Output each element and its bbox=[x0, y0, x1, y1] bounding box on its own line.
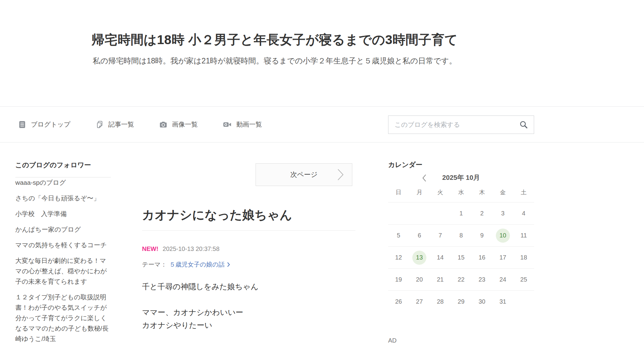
calendar-weekday: 水 bbox=[451, 187, 471, 198]
calendar-day-cell[interactable]: 11 bbox=[513, 229, 534, 243]
next-page-button[interactable]: 次ページ bbox=[256, 163, 352, 186]
follower-item[interactable]: 小学校 入学準備 bbox=[15, 209, 111, 219]
calendar-day[interactable]: 21 bbox=[433, 273, 447, 287]
search-input[interactable] bbox=[388, 121, 534, 128]
calendar-day-cell[interactable]: 31 bbox=[492, 295, 513, 309]
calendar-day[interactable]: 30 bbox=[475, 295, 489, 309]
search-icon[interactable] bbox=[519, 120, 528, 129]
calendar-day[interactable]: 16 bbox=[475, 251, 489, 265]
calendar-day[interactable]: 14 bbox=[433, 251, 447, 265]
calendar-day[interactable]: 8 bbox=[454, 229, 468, 243]
follower-item[interactable]: かんぱちー家のブログ bbox=[15, 224, 111, 235]
calendar-day[interactable]: 29 bbox=[454, 295, 468, 309]
calendar-day-cell[interactable]: 8 bbox=[451, 229, 471, 243]
calendar-day-cell[interactable]: 22 bbox=[451, 273, 471, 287]
nav-item-article-list[interactable]: 記事一覧 bbox=[95, 120, 134, 129]
chevron-right-icon bbox=[337, 169, 344, 181]
article-title[interactable]: カオナシになった娘ちゃん bbox=[142, 208, 292, 222]
calendar-day-cell[interactable]: 27 bbox=[409, 295, 430, 309]
calendar-day-cell[interactable]: 4 bbox=[513, 207, 534, 221]
calendar-day-cell[interactable]: 15 bbox=[451, 251, 471, 265]
blog-top-icon bbox=[18, 120, 26, 129]
calendar-day-cell[interactable]: 20 bbox=[409, 273, 430, 287]
theme-link[interactable]: ５歳児女子の娘の話 bbox=[169, 260, 230, 268]
calendar-day-cell[interactable]: 19 bbox=[388, 273, 409, 287]
calendar-day-highlighted[interactable]: 13 bbox=[412, 251, 426, 265]
calendar-day-cell[interactable]: 23 bbox=[472, 273, 492, 287]
calendar-day-cell[interactable]: 7 bbox=[430, 229, 451, 243]
calendar-day-cell[interactable]: 14 bbox=[430, 251, 451, 265]
calendar-day[interactable]: 22 bbox=[454, 273, 468, 287]
nav-item-video-list[interactable]: 動画一覧 bbox=[223, 120, 262, 129]
calendar-day[interactable]: 5 bbox=[391, 229, 406, 243]
calendar-day-cell[interactable]: 3 bbox=[492, 207, 513, 221]
calendar-day[interactable]: 18 bbox=[517, 251, 531, 265]
calendar-weekday: 日 bbox=[388, 187, 409, 198]
calendar-day[interactable]: 9 bbox=[475, 229, 489, 243]
follower-item[interactable]: ママの気持ちを軽くするコーチ bbox=[15, 240, 111, 250]
calendar-day[interactable]: 31 bbox=[496, 295, 510, 309]
calendar-heading: カレンダー bbox=[388, 159, 534, 169]
calendar-day[interactable]: 19 bbox=[391, 273, 406, 287]
calendar-day[interactable]: 2 bbox=[475, 207, 489, 221]
follower-item[interactable]: １２タイプ別子どもの取扱説明書！わが子のやる気スイッチが分かって子育てがラクに楽… bbox=[15, 292, 111, 344]
calendar-header: 2025年 10月 bbox=[388, 172, 534, 184]
calendar-day-cell[interactable]: 9 bbox=[472, 229, 492, 243]
calendar-day-cell bbox=[430, 207, 451, 221]
calendar-day-cell[interactable]: 17 bbox=[492, 251, 513, 265]
calendar-day[interactable]: 26 bbox=[391, 295, 406, 309]
blog-title[interactable]: 帰宅時間は18時 小２男子と年長女子が寝るまでの3時間子育て bbox=[15, 32, 534, 47]
calendar-day-cell[interactable]: 10 bbox=[492, 229, 513, 243]
calendar-day-cell[interactable]: 24 bbox=[492, 273, 513, 287]
article-list-icon bbox=[95, 120, 104, 129]
calendar-day[interactable]: 20 bbox=[412, 273, 426, 287]
calendar-day-cell[interactable]: 29 bbox=[451, 295, 471, 309]
calendar-day-cell[interactable]: 6 bbox=[409, 229, 430, 243]
calendar-day[interactable]: 1 bbox=[454, 207, 468, 221]
follower-item[interactable]: waaa-spのブログ bbox=[15, 177, 111, 188]
nav-item-label: 画像一覧 bbox=[172, 120, 198, 129]
follower-item[interactable]: さちの「今日も頑張るぞ〜」 bbox=[15, 193, 111, 203]
calendar-day-cell[interactable]: 1 bbox=[451, 207, 471, 221]
calendar-day[interactable]: 4 bbox=[517, 207, 531, 221]
calendar-day-cell[interactable]: 16 bbox=[472, 251, 492, 265]
theme-link-label: ５歳児女子の娘の話 bbox=[169, 260, 225, 268]
calendar-day[interactable]: 28 bbox=[433, 295, 447, 309]
calendar-month-title: 2025年 10月 bbox=[388, 172, 534, 184]
follower-item[interactable]: 大変な毎日が劇的に変わる！ママの心が整えば、穏やかにわが子の未来を育てられます bbox=[15, 256, 111, 287]
calendar-day-cell[interactable]: 5 bbox=[388, 229, 409, 243]
calendar-day-highlighted[interactable]: 10 bbox=[496, 229, 510, 243]
calendar-grid: 1234567891011121314151617181920212223242… bbox=[388, 202, 534, 313]
calendar-day[interactable]: 7 bbox=[433, 229, 447, 243]
calendar-day-cell[interactable]: 13 bbox=[409, 251, 430, 265]
nav-item-label: 記事一覧 bbox=[108, 120, 134, 129]
calendar-day-cell[interactable]: 12 bbox=[388, 251, 409, 265]
article-meta: NEW! 2025-10-13 20:37:58 bbox=[142, 245, 219, 253]
calendar-weekday: 月 bbox=[409, 187, 430, 198]
calendar-day bbox=[517, 295, 531, 309]
calendar-day-cell[interactable]: 25 bbox=[513, 273, 534, 287]
calendar-day[interactable]: 6 bbox=[412, 229, 426, 243]
nav-items: ブログトップ 記事一覧 bbox=[18, 107, 287, 142]
calendar-day-cell[interactable]: 2 bbox=[472, 207, 492, 221]
nav-item-image-list[interactable]: 画像一覧 bbox=[159, 120, 198, 129]
calendar-day[interactable]: 27 bbox=[412, 295, 426, 309]
followers-sidebar: このブログのフォロワー waaa-spのブログ さちの「今日も頑張るぞ〜」 小学… bbox=[15, 159, 111, 345]
calendar-day-cell[interactable]: 18 bbox=[513, 251, 534, 265]
calendar-day-cell[interactable]: 30 bbox=[472, 295, 492, 309]
article-body-line: ママー、カオナシかわいいー bbox=[142, 306, 258, 319]
calendar-day[interactable]: 3 bbox=[496, 207, 510, 221]
calendar-day-cell[interactable]: 28 bbox=[430, 295, 451, 309]
calendar-prev-month-button[interactable] bbox=[422, 174, 427, 182]
calendar-day-cell[interactable]: 26 bbox=[388, 295, 409, 309]
calendar-day[interactable]: 17 bbox=[496, 251, 510, 265]
calendar-day[interactable]: 11 bbox=[517, 229, 531, 243]
calendar-day[interactable]: 25 bbox=[517, 273, 531, 287]
image-list-icon bbox=[159, 120, 167, 129]
calendar-day[interactable]: 12 bbox=[391, 251, 406, 265]
nav-item-blog-top[interactable]: ブログトップ bbox=[18, 120, 70, 129]
calendar-day-cell[interactable]: 21 bbox=[430, 273, 451, 287]
calendar-day[interactable]: 15 bbox=[454, 251, 468, 265]
calendar-day[interactable]: 23 bbox=[475, 273, 489, 287]
calendar-day[interactable]: 24 bbox=[496, 273, 510, 287]
